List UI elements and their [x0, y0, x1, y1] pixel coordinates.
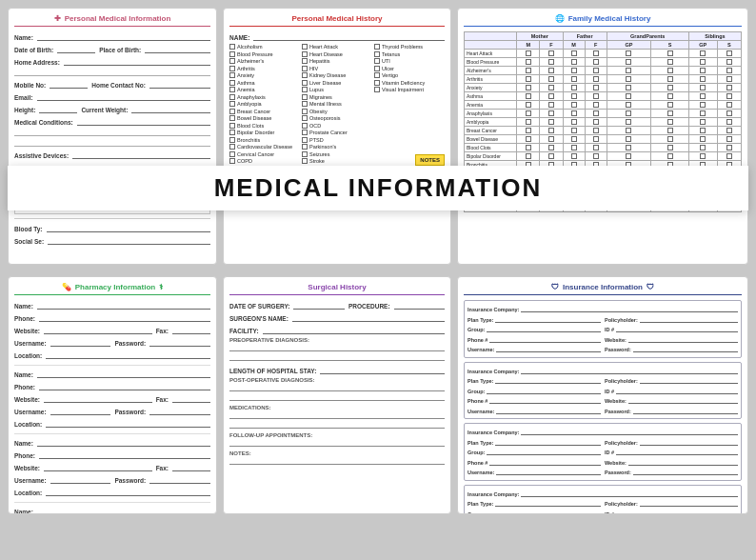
medical-conditions-line[interactable] [77, 116, 210, 126]
mobile-line[interactable] [50, 79, 88, 89]
checkbox-thyroid[interactable] [374, 44, 380, 50]
checkbox-ocd[interactable] [302, 123, 308, 129]
blood-type-field-row: Blood Ty: [14, 223, 210, 232]
checkbox-vertigo[interactable] [374, 72, 380, 78]
checkbox-prostate[interactable] [302, 130, 308, 135]
checkbox-arthritis[interactable] [229, 66, 235, 71]
checkbox-obesity[interactable] [302, 109, 308, 114]
history-name-line[interactable] [253, 31, 445, 41]
surgical-header: Surgical History [229, 283, 445, 295]
condition-uti: UTI [374, 58, 445, 64]
table-row: Anaphylaxis [465, 110, 742, 118]
condition-arthritis: Arthritis [229, 66, 300, 71]
condition-ptsd: PTSD [302, 137, 372, 143]
checkbox-alzheimers[interactable] [229, 58, 235, 64]
checkbox-heart-attack[interactable] [302, 44, 308, 50]
checkbox-copd[interactable] [229, 158, 235, 164]
checkbox-alcoholism[interactable] [229, 44, 235, 50]
medical-information-banner: MEDICAL INFORMATION [8, 166, 748, 210]
history-header: Personal Medical History [229, 14, 445, 27]
table-row: Anemia [465, 101, 742, 110]
family-header: 🌐 Family Medical History [464, 14, 742, 27]
condition-cardiovascular: Cardiovascular Disease [229, 144, 300, 150]
checkbox-cervical[interactable] [229, 151, 235, 157]
checkbox-migraines[interactable] [302, 94, 308, 100]
bottom-panels: 💊 Pharmacy Information ⚕ Name: Phone: We… [8, 276, 748, 514]
family-history-panel: 🌐 Family Medical History Mother Father G… [457, 8, 748, 265]
condition-alcoholism: Alcoholism [229, 44, 300, 50]
checkbox-mental-illness[interactable] [302, 101, 308, 107]
checkbox-liver[interactable] [302, 80, 308, 86]
address-line[interactable] [64, 56, 210, 66]
condition-seizures: Seizures [302, 151, 372, 157]
conditions-container: Alcoholism Blood Pressure Alzheimer's Ar… [229, 44, 445, 166]
email-line[interactable] [37, 91, 210, 101]
checkbox-amblyopia[interactable] [229, 101, 235, 107]
height-line[interactable] [39, 104, 77, 113]
condition-mental-illness: Mental Illness [302, 101, 372, 107]
notes-badge[interactable]: NOTES [415, 154, 445, 166]
conditions-col-3: Thyroid Problems Tetanus UTI Ulcer Verti… [374, 44, 445, 166]
condition-thyroid: Thyroid Problems [374, 44, 445, 50]
condition-anxiety: Anxiety [229, 72, 300, 78]
table-row: Alzheimer's [465, 67, 742, 75]
checkbox-blood-clots[interactable] [229, 123, 235, 129]
checkbox-ptsd[interactable] [302, 137, 308, 143]
checkbox-bowel[interactable] [229, 115, 235, 121]
checkbox-visual[interactable] [374, 87, 380, 92]
pharmacy-icon: 💊 [62, 283, 71, 291]
checkbox-seizures[interactable] [302, 151, 308, 157]
weight-line[interactable] [131, 104, 210, 113]
checkbox-bronchitis[interactable] [229, 137, 235, 143]
table-row: Amblyopia [465, 118, 742, 127]
home-contact-label: Home Contact No: [91, 82, 146, 89]
hospital-stay-row: LENGTH OF HOSPITAL STAY: [229, 365, 445, 374]
family-col-siblings: Siblings [688, 32, 741, 41]
checkbox-anxiety[interactable] [229, 72, 235, 78]
checkbox-parkinsons[interactable] [302, 144, 308, 150]
checkbox-cardiovascular[interactable] [229, 144, 235, 150]
shield-left-icon: 🛡 [551, 283, 559, 291]
table-row: Bowel Disease [465, 135, 742, 144]
checkbox-anemia[interactable] [229, 87, 235, 92]
checkbox-vitamin[interactable] [374, 80, 380, 86]
checkbox-heart-disease[interactable] [302, 51, 308, 57]
condition-parkinsons: Parkinson's [302, 144, 372, 150]
assistive-label: Assistive Devices: [14, 152, 69, 159]
home-contact-line[interactable] [149, 79, 210, 89]
insurance-block-4: Insurance Company: Plan Type: Policyhold… [464, 485, 742, 515]
condition-ulcer: Ulcer [374, 66, 445, 71]
checkbox-hepatitis[interactable] [302, 58, 308, 64]
checkbox-kidney[interactable] [302, 72, 308, 78]
checkbox-tetanus[interactable] [374, 51, 380, 57]
checkbox-asthma[interactable] [229, 80, 235, 86]
checkbox-osteoporosis[interactable] [302, 115, 308, 121]
checkbox-uti[interactable] [374, 58, 380, 64]
checkbox-ulcer[interactable] [374, 66, 380, 71]
checkbox-bipolar[interactable] [229, 130, 235, 135]
name-line[interactable] [37, 31, 210, 41]
blood-type-line[interactable] [47, 223, 211, 232]
condition-breast-cancer: Breast Cancer [229, 109, 300, 114]
checkbox-hiv[interactable] [302, 66, 308, 71]
pob-line[interactable] [145, 44, 210, 53]
blood-type-label: Blood Ty: [14, 226, 43, 232]
family-col-father: Father [563, 32, 607, 41]
condition-alzheimers: Alzheimer's [229, 58, 300, 64]
checkbox-lupus[interactable] [302, 87, 308, 92]
table-row: Heart Attack [465, 50, 742, 58]
social-security-line[interactable] [48, 235, 210, 245]
checkbox-anaphylaxis[interactable] [229, 94, 235, 100]
preop-diagnosis-field: PREOPERATIVE DIAGNOSIS: [229, 337, 445, 361]
postop-diagnosis-field: POST-OPERATIVE DIAGNOSIS: [229, 377, 445, 401]
pharmacy-block-1: Name: Phone: Website:Fax: Username:Passw… [14, 300, 210, 366]
condition-lupus: Lupus [302, 87, 372, 92]
checkbox-bp[interactable] [229, 51, 235, 57]
checkbox-stroke[interactable] [302, 158, 308, 164]
dob-line[interactable] [57, 44, 95, 53]
checkbox-breast-cancer[interactable] [229, 109, 235, 114]
history-header-text: Personal Medical History [291, 14, 382, 23]
assistive-line[interactable] [72, 150, 210, 159]
surgical-panel: Surgical History DATE OF SURGERY: PROCED… [223, 276, 451, 514]
surgeon-row: SURGEON'S NAME: [229, 312, 445, 322]
